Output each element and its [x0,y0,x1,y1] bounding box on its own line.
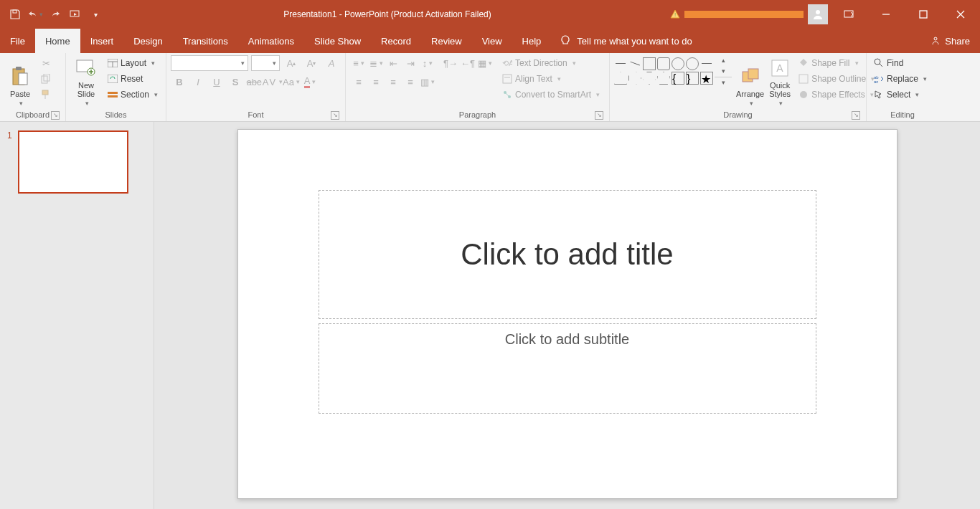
layout-button[interactable]: Layout [105,55,161,71]
shape-circle[interactable] [686,57,699,70]
char-spacing-icon[interactable]: AV [264,74,281,90]
text-direction-button[interactable]: ⟲AText Direction [499,55,603,71]
increase-indent-icon[interactable]: ⇥ [402,55,419,71]
shapes-more-icon[interactable]: ▾ [715,77,732,87]
account-avatar[interactable] [808,4,828,24]
activation-warning[interactable]: ! [670,9,804,19]
convert-smartart-button[interactable]: Convert to SmartArt [499,87,603,103]
font-color-icon[interactable]: A [301,74,319,90]
align-text-button[interactable]: Align Text [499,71,603,87]
shape-effects-button[interactable]: Shape Effects [796,87,877,103]
shape-down-arrow[interactable] [643,72,656,85]
shape-effects-icon [798,90,809,100]
qat-customize-icon[interactable]: ▾ [86,4,105,24]
shape-fill-button[interactable]: Shape Fill [796,55,877,71]
cut-icon[interactable]: ✂ [37,55,55,71]
bold-icon[interactable]: B [171,74,188,90]
tab-transitions[interactable]: Transitions [173,29,238,53]
tab-home[interactable]: Home [35,29,80,53]
title-placeholder[interactable]: Click to add title [319,190,816,319]
change-case-icon[interactable]: Aa [283,74,300,90]
ribbon-display-options-icon[interactable] [832,0,865,29]
clipboard-dialog-launcher[interactable]: ↘ [51,111,60,120]
font-size-combo[interactable]: ▾ [251,55,280,71]
save-icon[interactable] [6,4,24,24]
shape-brace2[interactable]: } [686,72,699,85]
font-dialog-launcher[interactable]: ↘ [331,111,339,120]
ltr-icon[interactable]: ¶→ [442,55,459,71]
slide-thumbnails-pane[interactable]: 1 [0,122,154,509]
shapes-scroll-up-icon[interactable]: ▴ [715,55,732,65]
shadow-icon[interactable]: S [227,74,244,90]
shape-pentagon[interactable] [657,72,670,85]
drawing-dialog-launcher[interactable]: ↘ [852,111,860,120]
shape-oval[interactable] [672,57,684,70]
new-slide-button[interactable]: New Slide [70,55,102,107]
shape-line[interactable] [614,57,627,70]
redo-icon[interactable] [46,4,65,24]
tab-design[interactable]: Design [123,29,172,53]
replace-button[interactable]: abacReplace [871,71,930,87]
shape-rounded-rect[interactable] [657,57,670,70]
copy-icon[interactable] [37,71,55,87]
shape-brace[interactable]: { [672,72,684,85]
tab-record[interactable]: Record [371,29,421,53]
share-button[interactable]: Share [920,29,980,53]
select-button[interactable]: Select [871,87,922,103]
align-left-icon[interactable]: ≡ [350,74,367,90]
tab-animations[interactable]: Animations [238,29,304,53]
shape-rectangle[interactable] [643,57,656,70]
thumbnail-slide-1[interactable]: 1 [7,130,146,194]
clear-formatting-icon[interactable]: A [323,55,340,71]
numbering-icon[interactable]: ≣ [367,55,385,71]
shapes-gallery[interactable]: { } ★ ▴ ▾ ▾ [614,55,732,87]
minimize-button[interactable] [870,0,903,29]
shape-right-arrow[interactable] [628,72,641,85]
shapes-scroll-down-icon[interactable]: ▾ [715,66,732,76]
columns-icon[interactable]: ▥ [419,74,436,90]
add-remove-columns-icon[interactable]: ▦ [476,55,494,71]
font-family-combo[interactable]: ▾ [171,55,248,71]
tab-insert[interactable]: Insert [80,29,124,53]
close-button[interactable] [944,0,977,29]
tab-view[interactable]: View [472,29,512,53]
lightbulb-icon [560,35,571,47]
tab-file[interactable]: File [0,29,35,53]
underline-icon[interactable]: U [208,74,225,90]
svg-text:A: A [776,62,783,74]
maximize-button[interactable] [907,0,940,29]
line-spacing-icon[interactable]: ↕ [419,55,436,71]
align-right-icon[interactable]: ≡ [385,74,402,90]
slide-canvas-area[interactable]: Click to add title Click to add subtitle [154,122,980,509]
section-button[interactable]: Section [105,87,161,103]
undo-icon[interactable]: ▾ [26,4,44,24]
bullets-icon[interactable]: ≡ [350,55,367,71]
format-painter-icon[interactable] [37,87,55,103]
paste-button[interactable]: Paste [4,55,36,107]
decrease-indent-icon[interactable]: ⇤ [385,55,402,71]
tell-me-search[interactable]: Tell me what you want to do [551,29,700,53]
paragraph-dialog-launcher[interactable]: ↘ [595,111,603,120]
tab-help[interactable]: Help [512,29,552,53]
tab-review[interactable]: Review [421,29,472,53]
increase-font-icon[interactable]: A▴ [283,55,300,71]
italic-icon[interactable]: I [189,74,207,90]
tab-slideshow[interactable]: Slide Show [304,29,371,53]
shape-star[interactable]: ★ [700,72,713,85]
align-center-icon[interactable]: ≡ [367,74,385,90]
shape-connector[interactable] [700,57,713,70]
thumbnail-preview[interactable] [18,130,128,194]
reset-button[interactable]: Reset [105,71,161,87]
justify-icon[interactable]: ≡ [402,74,419,90]
shape-triangle[interactable] [614,72,627,85]
decrease-font-icon[interactable]: A▾ [303,55,320,71]
quick-styles-button[interactable]: A Quick Styles [768,55,791,107]
strikethrough-icon[interactable]: abc [245,74,263,90]
slide[interactable]: Click to add title Click to add subtitle [237,129,897,499]
shape-outline-button[interactable]: Shape Outline [796,71,877,87]
start-from-beginning-icon[interactable] [66,4,85,24]
arrange-button[interactable]: Arrange [736,55,764,107]
shape-line-arrow[interactable] [626,55,643,72]
subtitle-placeholder[interactable]: Click to add subtitle [319,323,816,414]
rtl-icon[interactable]: ←¶ [459,55,476,71]
